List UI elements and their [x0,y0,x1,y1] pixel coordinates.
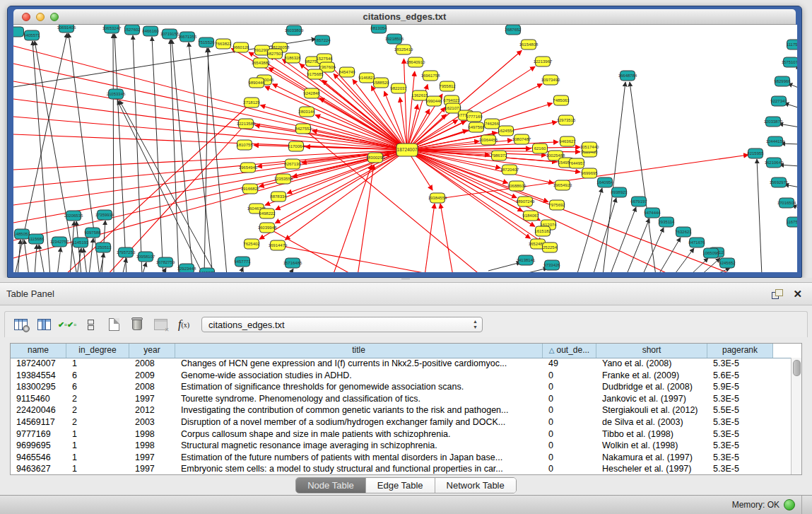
table-scrollbar[interactable] [791,358,801,474]
table-row[interactable]: 946554611997Estimation of the future num… [11,452,792,464]
graph-node[interactable]: 16782759 [156,257,175,267]
graph-node[interactable]: 16039948 [258,223,277,233]
graph-node[interactable]: 62160 [533,144,548,153]
graph-node[interactable]: 7986372 [490,151,507,160]
graph-node[interactable]: 19384554 [428,193,447,203]
graph-node[interactable]: 2935114 [659,217,676,227]
graph-node[interactable]: 16961758 [421,71,440,81]
graph-node[interactable]: 9699695 [581,168,598,178]
graph-node[interactable]: 7663822 [215,39,232,49]
graph-node[interactable]: 9822037 [390,83,407,93]
table-row[interactable]: 1938455462009Genome-wide association stu… [11,370,792,382]
graph-node[interactable]: 9184067 [522,211,539,221]
graph-node[interactable]: 18325419 [394,45,413,54]
graph-node[interactable]: 16154808 [519,40,539,49]
graph-node[interactable]: 6497568 [468,122,485,132]
graph-node[interactable]: 2803144 [298,107,315,117]
graph-node[interactable]: 12444154 [766,136,785,146]
graph-node[interactable]: 9227343 [770,96,787,106]
table-select-dropdown[interactable]: citations_edges.txt ▲▼ [201,317,483,332]
graph-node[interactable]: 15751074 [782,57,797,67]
graph-node[interactable]: 746266 [485,119,500,129]
graph-node[interactable]: 9457771 [234,257,251,267]
graph-node[interactable]: 1145193 [73,238,90,247]
table-row[interactable]: 2242004622012Investigating the contribut… [11,404,792,416]
graph-node[interactable]: 3498222 [259,209,276,218]
graph-node[interactable]: 12033873 [764,117,783,127]
column-header-title[interactable]: title [175,344,543,358]
graph-node[interactable]: 7515526 [198,37,215,47]
tab-network-table[interactable]: Network Table [435,478,516,493]
graph-node[interactable]: 1624554 [498,126,514,136]
graph-node[interactable]: 1115686 [28,234,45,244]
graph-node[interactable]: 9415975 [199,268,216,272]
graph-node[interactable]: 8466160 [142,26,159,36]
column-header-year[interactable]: year [129,344,175,358]
graph-node[interactable]: 10653247 [102,25,122,33]
graph-node[interactable]: 8454749 [339,67,355,77]
graph-node[interactable]: 10517440 [580,142,599,152]
graph-node[interactable]: 17957253 [117,247,136,257]
network-graph[interactable]: 9405571306914061065324715276028466160107… [13,25,797,272]
graph-node[interactable]: 9733426 [543,260,560,270]
graph-node[interactable]: 8267130 [284,159,301,169]
row-options-icon[interactable] [83,317,98,332]
column-header-pagerank[interactable]: pagerank [707,344,773,358]
graph-node[interactable]: 10719155 [160,29,180,39]
graph-node[interactable]: 19166827 [241,184,260,194]
graph-node[interactable]: 12353554 [274,174,293,184]
table-row[interactable]: 969969511998Structural magnetic resonanc… [11,440,792,452]
graph-node[interactable]: 2687652 [505,25,522,35]
graph-node[interactable]: 1810755 [236,140,253,150]
tab-edge-table[interactable]: Edge Table [366,478,435,493]
graph-node[interactable]: 19654923 [553,180,572,190]
graph-node[interactable]: 18300295 [366,153,385,163]
table-row[interactable]: 946362711997Embryonic stem cells: a mode… [11,463,792,475]
graph-node[interactable]: 9474444 [644,208,661,218]
graph-node[interactable]: 8813054 [370,25,387,33]
graph-node[interactable]: 15716485 [283,258,302,268]
graph-node[interactable]: 1588520 [372,78,389,88]
window-titlebar[interactable]: citations_edges.txt [13,9,796,25]
graph-node[interactable]: 2718129 [243,98,260,107]
memory-status-icon[interactable] [784,499,795,510]
graph-node[interactable]: 16914479 [269,240,288,250]
graph-node[interactable]: 8215955 [747,148,764,158]
close-panel-icon[interactable]: ✕ [793,289,802,299]
graph-node[interactable]: 16543882 [252,58,271,68]
graph-node[interactable]: 10807487 [512,134,531,144]
column-header-name[interactable]: name [11,344,66,358]
graph-node[interactable]: 9097588 [84,228,101,238]
graph-node[interactable]: 12923448 [177,264,196,272]
graph-node[interactable]: 7955812 [439,81,456,91]
column-header-out_degree[interactable]: △out_de... [543,344,596,358]
graph-node[interactable]: 9777169 [466,112,483,122]
graph-node[interactable]: 14138141 [517,255,536,265]
table-row[interactable]: 977716911998Corpus callosum shape and si… [11,428,792,440]
table-row[interactable]: 1830029562008Estimation of significance … [11,381,792,393]
scrollbar-thumb[interactable] [793,360,801,376]
graph-node[interactable]: 16648784 [618,71,637,81]
graph-node[interactable]: 1167551 [787,217,797,227]
graph-node[interactable]: 20206535 [64,211,83,221]
function-builder-icon[interactable]: f(x) [176,317,192,332]
graph-node[interactable]: 18720407 [500,165,519,175]
graph-node[interactable]: 8186328 [284,53,301,63]
table-settings-icon[interactable] [13,317,28,332]
graph-node[interactable]: 5170064 [288,141,305,151]
graph-node[interactable]: 252254 [543,243,558,252]
graph-node[interactable]: 12213589 [237,119,256,129]
column-header-in_degree[interactable]: in_degree [66,344,129,358]
show-column-icon[interactable] [36,317,52,332]
graph-node[interactable]: 30691406 [57,25,76,33]
graph-node[interactable]: 9990448 [425,96,442,106]
graph-node[interactable]: 7485063 [553,95,570,105]
float-panel-icon[interactable] [772,289,783,299]
delete-trash-icon[interactable] [129,317,145,332]
graph-node[interactable]: 16671355 [178,32,197,42]
graph-node[interactable]: 9242848 [303,88,320,98]
graph-node[interactable]: 9245652 [719,258,736,268]
graph-node[interactable]: 17359934 [95,210,114,220]
graph-node[interactable]: 9175685 [307,69,324,79]
graph-node[interactable]: 17016504 [777,198,796,208]
